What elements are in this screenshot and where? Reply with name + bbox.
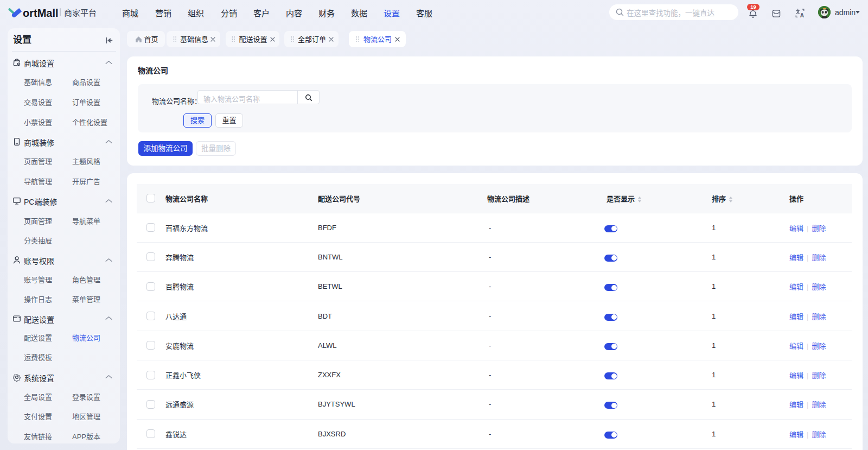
- svg-text:A: A: [800, 12, 804, 18]
